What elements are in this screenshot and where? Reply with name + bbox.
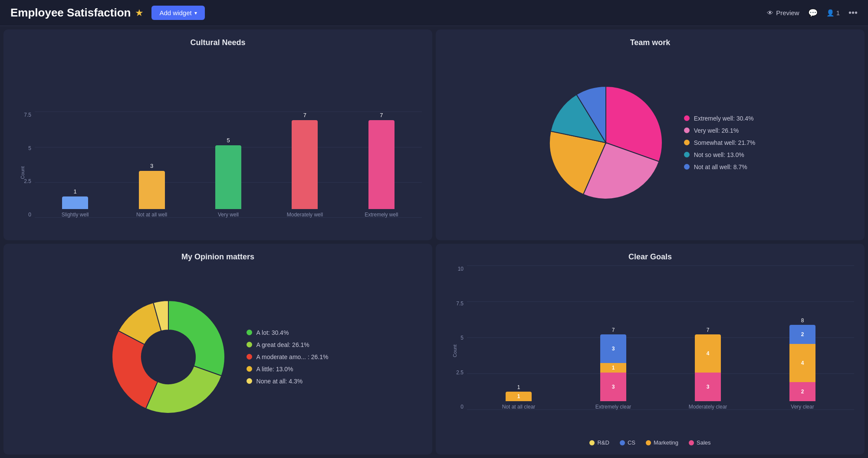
legend-dot — [247, 354, 252, 360]
bar-rect — [215, 145, 241, 209]
bar-value: 7 — [380, 112, 383, 118]
header-actions: 👁 Preview 💬 👤 1 ••• — [767, 8, 858, 18]
bar-chart: 0 2.5 5 7.5 Count 1 Slightly well 3 — [14, 112, 422, 233]
opinion-matters-widget: My Opinion matters A lot: 30.4%A great d… — [3, 244, 432, 455]
stacked-y-axis: 0 2.5 5 7.5 10 — [446, 266, 467, 410]
clear-goals-legend: R&DCSMarketingSales — [446, 439, 854, 448]
legend-dot — [247, 378, 252, 384]
stacked-segment: 1 — [600, 363, 626, 373]
stacked-x-label: Extremely clear — [595, 404, 631, 410]
y-axis: 0 2.5 5 7.5 — [14, 112, 35, 218]
bar-value: 7 — [303, 112, 306, 118]
legend-label: Not at all well: 8.7% — [694, 164, 747, 170]
bar-group: 3 Not at all well — [120, 163, 183, 218]
legend-dot — [684, 152, 690, 157]
stacked-segment: 3 — [695, 373, 721, 401]
legend-item: A little: 13.0% — [247, 366, 329, 373]
cultural-needs-widget: Cultural Needs 0 2.5 5 7.5 Count — [3, 29, 432, 240]
bar-group: 5 Very well — [197, 137, 260, 218]
stacked-bar-group: 1 1 Not at all clear — [480, 384, 557, 410]
legend-dot — [247, 366, 252, 372]
legend-dot — [684, 140, 690, 145]
bars: 1 Slightly well 3 Not at all well 5 Very… — [35, 112, 422, 218]
bar-label: Very well — [218, 212, 239, 218]
add-widget-button[interactable]: Add widget ▾ — [151, 6, 204, 20]
legend-label: None at all: 4.3% — [256, 378, 303, 385]
stacked-bar: 1 — [506, 392, 532, 401]
bar-rect — [292, 120, 318, 209]
stacked-segment: 2 — [789, 382, 815, 401]
legend-item: Very well: 26.1% — [684, 127, 756, 134]
chevron-down-icon: ▾ — [194, 10, 197, 16]
stacked-segment: 4 — [695, 334, 721, 373]
preview-button[interactable]: 👁 Preview — [767, 9, 799, 16]
bar-total: 7 — [612, 327, 615, 333]
share-icon[interactable]: 💬 — [808, 8, 818, 18]
stacked-segment: 4 — [789, 344, 815, 382]
bar-group: 7 Extremely well — [350, 112, 413, 218]
legend-label: A moderate amo... : 26.1% — [256, 353, 329, 360]
stacked-x-label: Moderately clear — [689, 404, 727, 410]
legend-label: A great deal: 26.1% — [256, 341, 309, 348]
clear-goals-widget: Clear Goals 0 2.5 5 7.5 10 Count — [436, 244, 865, 455]
stacked-legend-label: Marketing — [654, 439, 678, 446]
stacked-bar-group: 7 313 Extremely clear — [575, 327, 652, 410]
stacked-bar: 34 — [695, 334, 721, 401]
bar-label: Slightly well — [62, 212, 89, 218]
bar-label: Not at all well — [136, 212, 167, 218]
stacked-legend-item: Sales — [689, 439, 711, 446]
stacked-chart: 0 2.5 5 7.5 10 Count 1 1 Not at all clea… — [446, 266, 854, 436]
pie-chart — [545, 82, 667, 203]
y-axis-label: Count — [20, 166, 25, 179]
legend-label: Somewhat well: 21.7% — [694, 139, 756, 146]
bar-value: 5 — [227, 137, 230, 144]
stacked-legend-dot — [689, 440, 694, 445]
bar-label: Moderately well — [287, 212, 323, 218]
legend-item: Somewhat well: 21.7% — [684, 139, 756, 146]
bar-rect — [368, 120, 395, 209]
more-options-icon[interactable]: ••• — [848, 8, 858, 18]
user-count[interactable]: 👤 1 — [826, 9, 840, 17]
cultural-needs-title: Cultural Needs — [14, 38, 422, 47]
stacked-segment: 3 — [600, 334, 626, 363]
stacked-bar: 313 — [600, 334, 626, 401]
header: Employee Satisfaction ★ Add widget ▾ 👁 P… — [0, 0, 868, 26]
bar-total: 8 — [801, 317, 804, 324]
bar-label: Extremely well — [365, 212, 398, 218]
favorite-star-icon[interactable]: ★ — [135, 7, 144, 19]
stacked-bar-group: 8 242 Very clear — [764, 317, 841, 410]
donut-legend: A lot: 30.4%A great deal: 26.1%A moderat… — [247, 329, 329, 385]
teamwork-widget: Team work Extremely well: 30.4%Very well… — [436, 29, 865, 240]
stacked-legend-dot — [646, 440, 651, 445]
pie-svg — [545, 82, 667, 203]
teamwork-content: Extremely well: 30.4%Very well: 26.1%Som… — [446, 52, 854, 233]
opinion-content: A lot: 30.4%A great deal: 26.1%A moderat… — [14, 266, 422, 448]
legend-label: A lot: 30.4% — [256, 329, 289, 336]
stacked-legend-label: CS — [628, 439, 635, 446]
stacked-legend-item: Marketing — [646, 439, 678, 446]
stacked-bar: 242 — [789, 325, 815, 401]
donut-chart — [108, 296, 229, 418]
stacked-segment: 3 — [600, 373, 626, 401]
bar-total: 1 — [517, 384, 520, 390]
stacked-segment: 2 — [789, 325, 815, 344]
legend-dot — [684, 128, 690, 133]
eye-icon: 👁 — [767, 9, 773, 16]
legend-item: A moderate amo... : 26.1% — [247, 353, 329, 360]
teamwork-title: Team work — [446, 38, 854, 47]
legend-dot — [684, 115, 690, 121]
dashboard: Cultural Needs 0 2.5 5 7.5 Count — [0, 26, 868, 458]
bar-value: 3 — [150, 163, 153, 169]
bar-total: 7 — [707, 327, 710, 333]
legend-item: Not so well: 13.0% — [684, 151, 756, 158]
stacked-legend-dot — [589, 440, 595, 445]
bar-rect — [139, 171, 165, 209]
legend-label: Extremely well: 30.4% — [694, 115, 754, 122]
clear-goals-chart: 0 2.5 5 7.5 10 Count 1 1 Not at all clea… — [446, 266, 854, 448]
legend-label: A little: 13.0% — [256, 366, 293, 373]
bar-group: 7 Moderately well — [273, 112, 336, 218]
stacked-y-label: Count — [452, 344, 457, 357]
legend-item: Extremely well: 30.4% — [684, 115, 756, 122]
legend-label: Not so well: 13.0% — [694, 151, 744, 158]
legend-item: A lot: 30.4% — [247, 329, 329, 336]
